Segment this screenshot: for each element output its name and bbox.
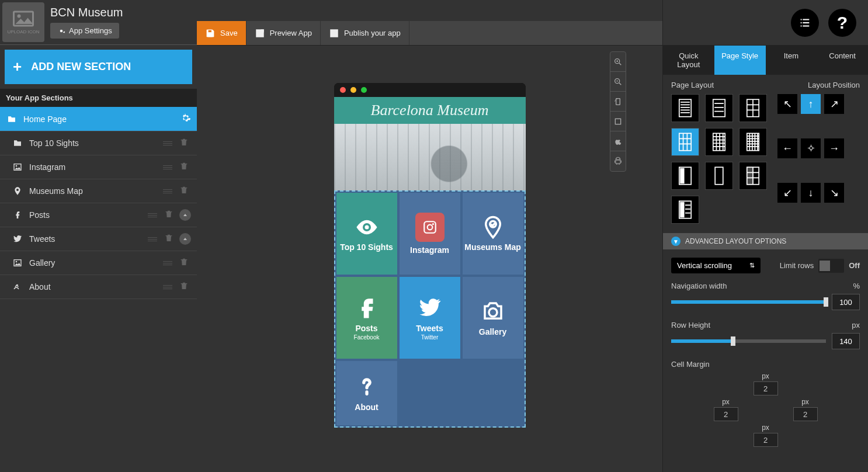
advanced-options-header[interactable]: ▼ ADVANCED LAYOUT OPTIONS — [663, 233, 868, 249]
tab-item[interactable]: Item — [766, 46, 817, 75]
margin-right-input[interactable]: 2 — [793, 407, 818, 421]
layout-list-wide[interactable] — [705, 94, 733, 122]
section-posts[interactable]: Posts — [0, 203, 197, 227]
tile-instagram[interactable]: Instagram — [400, 193, 460, 275]
pos-bl[interactable]: ↙ — [777, 183, 797, 203]
rotate-button[interactable] — [610, 92, 626, 112]
margin-left-input[interactable]: 2 — [714, 407, 738, 421]
add-section-label: ADD NEW SECTION — [31, 61, 131, 73]
list-icon-button[interactable] — [791, 9, 819, 37]
tile-about[interactable]: About — [336, 361, 397, 425]
tile-museums-map[interactable]: Museums Map — [463, 193, 523, 275]
row-height-slider[interactable] — [671, 339, 826, 343]
app-header: UPLOAD ICON BCN Museum App Settings — [0, 0, 197, 45]
pos-r[interactable]: → — [824, 138, 844, 158]
tab-page-style[interactable]: Page Style — [714, 46, 766, 75]
drag-handle[interactable] — [159, 285, 176, 289]
trash-icon[interactable] — [179, 281, 191, 293]
trash-icon[interactable] — [179, 257, 191, 269]
drag-handle[interactable] — [159, 165, 176, 169]
margin-top-input[interactable]: 2 — [754, 381, 778, 395]
pos-tr[interactable]: ↗ — [824, 94, 844, 114]
app-settings-button[interactable]: App Settings — [50, 23, 119, 39]
nav-width-value[interactable]: 100 — [832, 294, 860, 310]
layout-grid-fine[interactable] — [739, 128, 767, 156]
svg-rect-11 — [615, 119, 620, 124]
section-instagram[interactable]: Instagram — [0, 155, 197, 179]
nav-width-control: Navigation width% 100 — [671, 282, 860, 310]
phone-preview: Barcelona Museum Top 10 Sights Instagram — [334, 83, 526, 428]
drag-handle[interactable] — [144, 237, 161, 241]
layout-split[interactable] — [739, 162, 767, 190]
device-frame-button[interactable] — [610, 112, 626, 131]
drag-handle[interactable] — [144, 213, 161, 217]
drag-handle[interactable] — [159, 141, 176, 145]
minimize-dot[interactable] — [350, 87, 356, 93]
tile-gallery[interactable]: Gallery — [463, 277, 523, 359]
trash-icon[interactable] — [179, 161, 191, 173]
layout-grid-dense[interactable] — [705, 128, 733, 156]
trash-icon[interactable] — [164, 209, 176, 221]
ios-button[interactable] — [610, 131, 626, 151]
zoom-out-button[interactable] — [610, 72, 626, 92]
pos-b[interactable]: ↓ — [801, 183, 821, 203]
close-dot[interactable] — [340, 87, 346, 93]
layout-hybrid[interactable] — [671, 196, 699, 224]
trash-icon[interactable] — [179, 137, 191, 149]
pos-l[interactable]: ← — [777, 138, 797, 158]
collapse-icon[interactable] — [179, 233, 191, 245]
row-height-value[interactable]: 140 — [832, 333, 860, 349]
tile-posts[interactable]: Posts Facebook — [336, 277, 397, 359]
section-museums-map[interactable]: Museums Map — [0, 179, 197, 203]
add-new-section-button[interactable]: + ADD NEW SECTION — [5, 50, 192, 84]
upload-icon-button[interactable]: UPLOAD ICON — [2, 2, 44, 42]
trash-icon[interactable] — [179, 185, 191, 197]
trash-icon[interactable] — [164, 233, 176, 245]
pos-t[interactable]: ↑ — [801, 94, 821, 114]
svg-point-5 — [16, 261, 18, 263]
layout-single[interactable] — [705, 162, 733, 190]
layout-list-small[interactable] — [671, 94, 699, 122]
pos-c[interactable]: ✧ — [801, 138, 821, 158]
layout-sidebar-left[interactable] — [671, 162, 699, 190]
layout-grid-3x3[interactable] — [671, 128, 699, 156]
svg-rect-10 — [616, 98, 620, 105]
folder-icon — [12, 138, 23, 148]
scroll-direction-select[interactable]: Vertical scrolling — [671, 258, 761, 273]
tile-empty[interactable] — [400, 361, 460, 425]
drag-handle[interactable] — [159, 189, 176, 193]
pos-br[interactable]: ↘ — [824, 183, 844, 203]
tab-content[interactable]: Content — [817, 46, 868, 75]
save-button[interactable]: Save — [197, 21, 246, 45]
app-title: BCN Museum — [50, 6, 123, 19]
publish-app-button[interactable]: Publish your app — [321, 21, 409, 45]
collapse-icon[interactable] — [179, 209, 191, 221]
nav-width-slider[interactable] — [671, 300, 826, 304]
page-layout-label: Page Layout — [671, 81, 714, 89]
tab-quick-layout[interactable]: Quick Layout — [663, 46, 714, 75]
zoom-in-button[interactable] — [610, 52, 626, 72]
help-button[interactable]: ? — [828, 9, 856, 37]
pos-tl[interactable]: ↖ — [777, 94, 797, 114]
svg-point-17 — [489, 308, 497, 317]
svg-point-15 — [432, 223, 433, 225]
preview-app-button[interactable]: Preview App — [246, 21, 321, 45]
section-about[interactable]: About — [0, 275, 197, 299]
maximize-dot[interactable] — [361, 87, 367, 93]
drag-handle[interactable] — [159, 261, 176, 265]
twitter-icon — [12, 234, 23, 244]
margin-bottom-input[interactable]: 2 — [754, 433, 778, 447]
tile-grid[interactable]: Top 10 Sights Instagram Museums Map Post… — [334, 190, 526, 428]
limit-rows-toggle[interactable] — [818, 259, 844, 273]
section-top-10-sights[interactable]: Top 10 Sights — [0, 131, 197, 155]
tile-top-10-sights[interactable]: Top 10 Sights — [336, 193, 397, 275]
tile-tweets[interactable]: Tweets Twitter — [400, 277, 460, 359]
section-home-page[interactable]: Home Page — [0, 107, 197, 131]
layout-grid-2x2[interactable] — [739, 94, 767, 122]
tile-empty[interactable] — [463, 361, 523, 425]
android-button[interactable] — [610, 151, 626, 171]
svg-rect-19 — [713, 99, 725, 116]
section-tweets[interactable]: Tweets — [0, 227, 197, 251]
section-gallery[interactable]: Gallery — [0, 251, 197, 275]
gear-icon[interactable] — [180, 113, 191, 125]
